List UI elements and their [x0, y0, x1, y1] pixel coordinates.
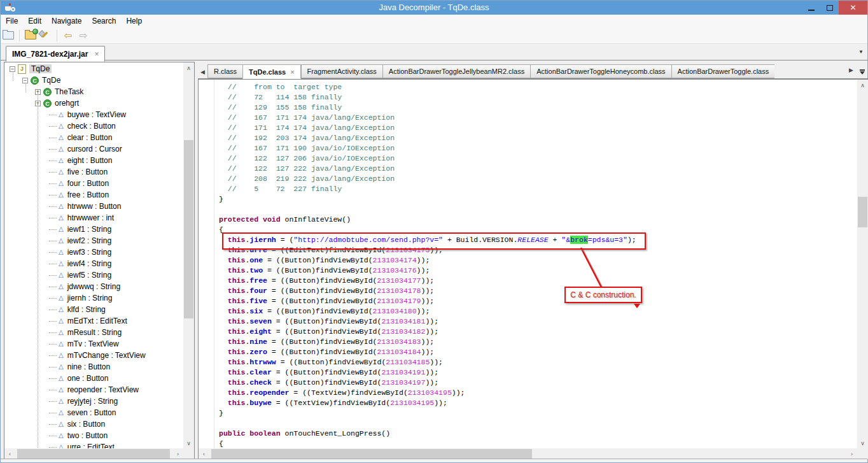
tab-actionbardrawertogglejellybeanmr2-class[interactable]: ActionBarDrawerToggleJellybeanMR2.class — [382, 64, 530, 78]
tree-item-iewf3[interactable]: △iewf3 : String — [4, 246, 183, 258]
back-arrow-icon: ⇦ — [64, 31, 73, 40]
tree-connector-line — [49, 298, 57, 299]
tree-item-mtv[interactable]: △mTv : TextView — [4, 338, 183, 350]
scroll-down-icon[interactable]: ∨ — [857, 438, 868, 448]
code-line: this.zero = ((Button)findViewById(213103… — [219, 347, 857, 357]
tree-item-orehgrt[interactable]: +Corehgrt — [4, 97, 183, 109]
code-token: 2131034195 — [390, 399, 434, 407]
field-icon: △ — [59, 341, 64, 347]
field-icon: △ — [59, 398, 64, 404]
code-token: // 122 127 222 java/lang/Exception — [219, 164, 395, 173]
tree-item-clear[interactable]: △clear : Button — [4, 132, 183, 143]
code-hscroll-thumb[interactable] — [211, 449, 532, 459]
tab-tqde-class[interactable]: TqDe.class× — [242, 64, 301, 79]
code-token: free — [249, 276, 267, 285]
tree-vscroll-thumb[interactable] — [184, 140, 193, 318]
tree-item-buywe[interactable]: △buywe : TextView — [4, 109, 183, 120]
tab-list-dropdown-icon[interactable] — [858, 69, 866, 75]
tree-item-label: iewf5 : String — [67, 271, 111, 280]
tree-item-label: buywe : TextView — [67, 110, 126, 119]
tree-item-check[interactable]: △check : Button — [4, 120, 183, 132]
search-button[interactable] — [38, 29, 53, 43]
tree-item-five[interactable]: △five : Button — [4, 166, 183, 178]
tree-item-medtxt[interactable]: △mEdTxt : EditText — [4, 315, 183, 327]
tree-item-cursord[interactable]: △cursord : Cursor — [4, 143, 183, 155]
tree-item-label: reyjytej : String — [67, 397, 118, 406]
scroll-right-icon[interactable]: › — [172, 448, 183, 459]
restore-button[interactable] — [820, 1, 839, 15]
tree-item-nine[interactable]: △nine : Button — [4, 361, 183, 373]
tree-item-iewf1[interactable]: △iewf1 : String — [4, 224, 183, 235]
code-token: = ((TextView)findViewById( — [289, 388, 407, 397]
tab-fragmentactivity-class[interactable]: FragmentActivity.class — [301, 64, 382, 78]
tree-item-four[interactable]: △four : Button — [4, 178, 183, 189]
menu-navigate[interactable]: Navigate — [46, 15, 87, 27]
tab-scroll-left-icon[interactable]: ◀ — [198, 69, 207, 78]
open-type-button[interactable] — [23, 29, 38, 43]
collapse-icon[interactable]: − — [22, 78, 28, 83]
code-horizontal-scrollbar[interactable]: ‹ › — [199, 448, 857, 459]
menu-search[interactable]: Search — [87, 15, 121, 27]
close-icon[interactable]: × — [290, 68, 294, 76]
menu-help[interactable]: Help — [121, 15, 147, 27]
tree-horizontal-scrollbar[interactable]: ‹ › — [4, 448, 183, 459]
tree-item-tqde[interactable]: −CTqDe — [4, 75, 183, 86]
tree-item-free[interactable]: △free : Button — [4, 189, 183, 201]
jar-tab-list-dropdown-icon[interactable]: ▼ — [858, 49, 864, 55]
scroll-up-icon[interactable]: ∧ — [857, 80, 868, 90]
tree-item-label: six : Button — [67, 420, 105, 429]
tree-item-label: iewf4 : String — [67, 259, 111, 268]
tree-item-iewf2[interactable]: △iewf2 : String — [4, 235, 183, 246]
code-vscroll-thumb[interactable] — [858, 197, 867, 227]
tab-actionbardrawertogglehoneycomb-class[interactable]: ActionBarDrawerToggleHoneycomb.class — [530, 64, 671, 78]
tree-item-iewf5[interactable]: △iewf5 : String — [4, 269, 183, 281]
scroll-right-icon[interactable]: › — [846, 448, 857, 459]
open-file-button[interactable] — [1, 29, 16, 43]
restore-icon — [827, 5, 833, 11]
minimize-button[interactable] — [802, 1, 820, 15]
tree-item-two[interactable]: △two : Button — [4, 430, 183, 441]
tree-item-eight[interactable]: △eight : Button — [4, 155, 183, 166]
tree-hscroll-thumb[interactable] — [17, 449, 170, 459]
tree-item-jdwwwq[interactable]: △jdwwwq : String — [4, 281, 183, 292]
code-vertical-scrollbar[interactable]: ∧ ∨ — [857, 80, 868, 448]
tree-item-seven[interactable]: △seven : Button — [4, 407, 183, 418]
tab-scroll-right-icon[interactable]: ▶ — [846, 67, 856, 76]
class-tab-label: TqDe.class — [249, 68, 286, 76]
scroll-left-icon[interactable]: ‹ — [199, 448, 209, 459]
code-line: this.two = ((Button)findViewById(2131034… — [219, 266, 857, 276]
navigate-back-button[interactable]: ⇦ — [60, 29, 76, 43]
menu-file[interactable]: File — [1, 15, 23, 27]
tree-item-one[interactable]: △one : Button — [4, 373, 183, 384]
tree-item-mresult[interactable]: △mResult : String — [4, 327, 183, 338]
tab-r-class[interactable]: R.class — [207, 64, 242, 78]
decompiled-source-view[interactable]: C & C construction. // from to target ty… — [199, 80, 857, 448]
tree-item-urre[interactable]: △urre : EditText — [4, 441, 183, 448]
scroll-left-icon[interactable]: ‹ — [4, 448, 15, 459]
menu-edit[interactable]: Edit — [23, 15, 46, 27]
tree-item-jiernh[interactable]: △jiernh : String — [4, 292, 183, 304]
tree-item-htrwww[interactable]: △htrwww : Button — [4, 201, 183, 212]
tree-item-mtvchange[interactable]: △mTvChange : TextView — [4, 350, 183, 361]
tree-item-six[interactable]: △six : Button — [4, 418, 183, 430]
tree-item-thetask[interactable]: +CTheTask — [4, 86, 183, 97]
collapse-icon[interactable]: − — [10, 66, 15, 72]
tree-vertical-scrollbar[interactable]: ∧ ∨ — [183, 62, 194, 448]
tab-jar-file[interactable]: IMG_7821-dex2jar.jar × — [6, 46, 105, 62]
code-token: 2131034182 — [381, 327, 425, 336]
scroll-up-icon[interactable]: ∧ — [183, 62, 194, 73]
close-button[interactable]: ✕ — [839, 1, 867, 15]
tree-item-klfd[interactable]: △klfd : String — [4, 304, 183, 315]
tree-item-reyjytej[interactable]: △reyjytej : String — [4, 395, 183, 407]
tab-actionbardrawertoggle-class[interactable]: ActionBarDrawerToggle.class — [671, 64, 775, 78]
scroll-down-icon[interactable]: ∨ — [183, 438, 194, 448]
close-icon[interactable]: × — [94, 50, 99, 59]
tree-item-reopender[interactable]: △reopender : TextView — [4, 384, 183, 395]
tree-item-iewf4[interactable]: △iewf4 : String — [4, 258, 183, 269]
tree-item-htrwwwer[interactable]: △htrwwwer : int — [4, 212, 183, 224]
tree-connector-line — [49, 183, 57, 184]
navigate-forward-button[interactable]: ⇨ — [76, 29, 91, 43]
code-token: = ((Button)findViewById( — [267, 348, 377, 356]
tree-item-tqde[interactable]: −JTqDe — [4, 63, 183, 75]
code-token: 2131034175 — [386, 246, 430, 254]
